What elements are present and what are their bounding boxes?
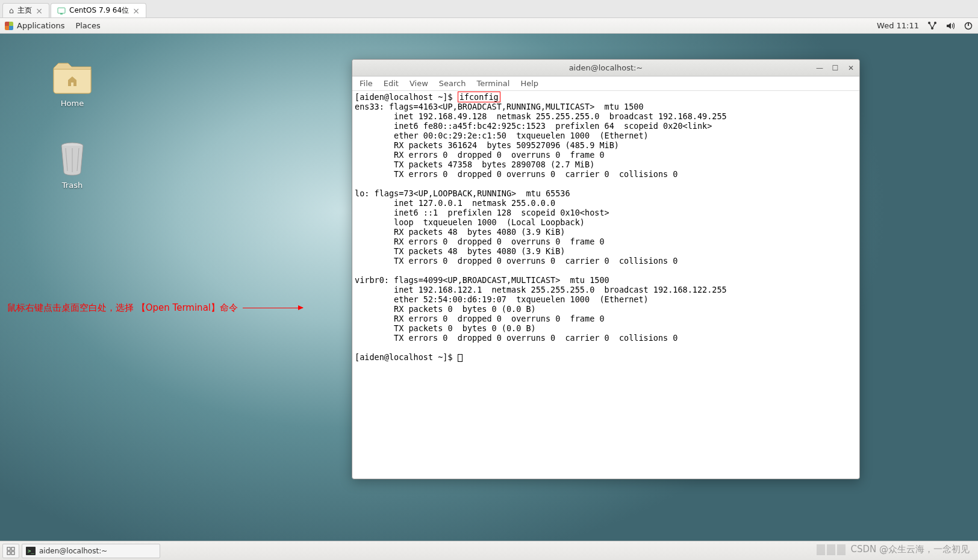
menu-view[interactable]: View: [410, 79, 428, 88]
cursor-icon: [458, 354, 463, 362]
svg-rect-14: [11, 552, 14, 555]
network-icon[interactable]: [927, 21, 937, 31]
minimize-button[interactable]: —: [815, 63, 824, 73]
menu-help[interactable]: Help: [520, 79, 538, 88]
icon-label: Home: [42, 99, 102, 108]
activities-icon: [5, 22, 13, 30]
tab-label: 主页: [17, 5, 32, 16]
browser-tab-home[interactable]: ⌂ 主页 ×: [2, 3, 49, 17]
vm-icon: [57, 7, 66, 15]
menu-terminal[interactable]: Terminal: [476, 79, 509, 88]
applications-menu[interactable]: Applications: [5, 21, 64, 30]
terminal-window: aiden@localhost:~ — ☐ ✕ File Edit View S…: [352, 59, 860, 479]
annotation-text: 鼠标右键点击桌面空白处，选择 【Open Terminal】命令: [7, 302, 303, 314]
menu-file[interactable]: File: [360, 79, 373, 88]
workspace-switcher[interactable]: [2, 544, 19, 558]
desktop-area[interactable]: Home Trash 鼠标右键点击桌面空白处，选择 【Open Terminal…: [0, 34, 978, 541]
power-icon[interactable]: [964, 21, 973, 31]
close-button[interactable]: ✕: [846, 63, 856, 73]
close-icon[interactable]: ×: [132, 6, 140, 16]
svg-rect-12: [11, 547, 14, 550]
browser-tab-strip: ⌂ 主页 × CentOS 7.9 64位 ×: [0, 0, 978, 18]
tab-label: CentOS 7.9 64位: [69, 5, 129, 16]
menu-edit[interactable]: Edit: [384, 79, 399, 88]
prompt: [aiden@localhost ~]$: [355, 92, 458, 102]
terminal-titlebar[interactable]: aiden@localhost:~ — ☐ ✕: [352, 60, 859, 76]
places-menu[interactable]: Places: [75, 21, 100, 30]
svg-rect-0: [58, 8, 65, 13]
desktop-icon-trash[interactable]: Trash: [42, 141, 102, 190]
volume-icon[interactable]: [945, 21, 955, 31]
gnome-taskbar: >_ aiden@localhost:~ CSDN @众生云海，一念初见: [0, 541, 978, 560]
menu-search[interactable]: Search: [439, 79, 466, 88]
taskbar-item-terminal[interactable]: >_ aiden@localhost:~: [22, 544, 160, 558]
gnome-top-bar: Applications Places Wed 11:11: [0, 18, 978, 34]
browser-tab-vm[interactable]: CentOS 7.9 64位 ×: [51, 3, 146, 17]
terminal-menubar: File Edit View Search Terminal Help: [352, 76, 859, 91]
prompt: [aiden@localhost ~]$: [355, 352, 458, 362]
home-icon: ⌂: [9, 6, 14, 15]
clock-label[interactable]: Wed 11:11: [877, 21, 919, 30]
maximize-button[interactable]: ☐: [830, 63, 840, 73]
arrow-icon: [243, 308, 303, 308]
icon-label: Trash: [42, 181, 102, 190]
svg-rect-13: [7, 552, 10, 555]
terminal-icon: >_: [26, 547, 36, 555]
terminal-output: ens33: flags=4163<UP,BROADCAST,RUNNING,M…: [355, 102, 727, 343]
folder-home-icon: [51, 59, 93, 95]
close-icon[interactable]: ×: [36, 6, 43, 16]
window-title: aiden@localhost:~: [352, 63, 859, 72]
svg-rect-11: [7, 547, 10, 550]
command-highlight: ifconfig: [458, 92, 500, 102]
terminal-body[interactable]: [aiden@localhost ~]$ ifconfig ens33: fla…: [352, 91, 859, 479]
svg-rect-1: [60, 13, 63, 14]
svg-text:>_: >_: [28, 548, 34, 554]
desktop-icon-home[interactable]: Home: [42, 59, 102, 108]
trash-icon: [51, 141, 93, 177]
watermark: CSDN @众生云海，一念初见: [817, 544, 970, 555]
taskbar-item-label: aiden@localhost:~: [39, 547, 107, 555]
